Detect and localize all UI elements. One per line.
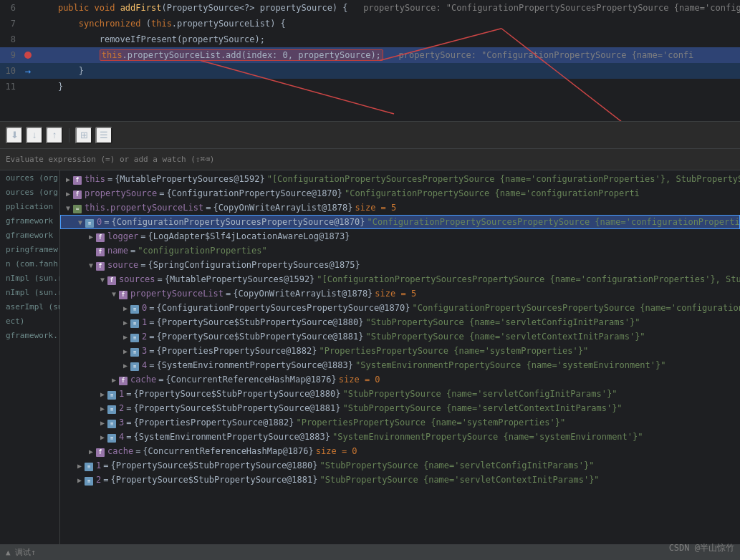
call-stack-sidebar: ources (org.spr ources (org.s pplication… [0, 170, 60, 560]
sidebar-item-7[interactable]: n (com.fanh [0, 256, 59, 271]
var-expand-icon: ▼ [63, 204, 73, 212]
step-into-button[interactable]: ↓ [26, 127, 43, 144]
table-view-button[interactable]: ⊞ [75, 127, 92, 144]
list-icon: ≡ [130, 319, 139, 328]
code-line-9: 9 this.propertySourceList.add(index: 0, … [0, 47, 740, 63]
field-icon: f [119, 291, 128, 299]
list-icon: ≡ [130, 362, 139, 371]
var-expand-icon: ▶ [86, 233, 96, 241]
list-icon: ≡ [130, 334, 139, 342]
var-depth1-2[interactable]: ▶ ≡ 2 = {PropertySource$StubPropertySour… [60, 473, 740, 487]
var-propertySourceList-nested[interactable]: ▼ f propertySourceList = {CopyOnWriteArr… [60, 286, 740, 301]
list-icon: ≡ [130, 348, 139, 357]
var-expand-icon: ▶ [75, 476, 85, 484]
var-expand-icon: ▶ [97, 433, 107, 441]
var-expand-icon: ▼ [86, 261, 96, 269]
var-expand-icon: ▶ [97, 405, 107, 412]
var-expand-icon: ▶ [109, 376, 119, 384]
main-debug-area: ources (org.spr ources (org.s pplication… [0, 170, 740, 560]
expression-input[interactable] [220, 155, 734, 165]
sidebar-item-1[interactable]: ources (org.spr [0, 170, 59, 185]
code-line-7: 7 synchronized (this.propertySourceList)… [0, 16, 740, 32]
var-expand-icon: ▶ [63, 175, 73, 183]
sidebar-item-12[interactable]: gframework. [0, 328, 59, 342]
var-cache-2[interactable]: ▶ f cache = {ConcurrentReferenceHashMap@… [60, 444, 740, 458]
var-this[interactable]: ▶ f this = {MutablePropertySources@1592}… [60, 172, 740, 186]
status-bar: ▲ 调试↑ [0, 544, 740, 560]
list-view-button[interactable]: ☰ [95, 127, 112, 144]
var-expand-icon: ▶ [75, 462, 85, 470]
list-icon: ≡ [107, 391, 116, 400]
var-expand-icon: ▶ [120, 362, 130, 370]
expression-bar: Evaluate expression (=) or add a watch (… [0, 149, 740, 170]
variables-tree: ▶ f this = {MutablePropertySources@1592}… [60, 170, 740, 488]
var-expand-icon: ▼ [75, 218, 85, 226]
list-icon: ≡ [107, 405, 116, 414]
field-icon: f [119, 377, 128, 385]
var-expand-icon: ▶ [120, 319, 130, 327]
var-nested-3[interactable]: ▶ ≡ 3 = {PropertiesPropertySource@1882} … [60, 344, 740, 358]
var-nested-2[interactable]: ▶ ≡ 2 = {PropertySource$StubPropertySour… [60, 329, 740, 344]
step-out-button[interactable]: ↑ [46, 127, 63, 144]
var-source[interactable]: ▼ f source = {SpringConfigurationPropert… [60, 258, 740, 272]
code-line-11: 11 } [0, 79, 740, 95]
breakpoint-icon [24, 52, 32, 59]
var-depth3-1[interactable]: ▶ ≡ 1 = {PropertySource$StubPropertySour… [60, 387, 740, 401]
sidebar-item-10[interactable]: aserImpl (su [0, 299, 59, 314]
var-sources[interactable]: ▼ f sources = {MutablePropertySources@15… [60, 272, 740, 286]
var-propertySource[interactable]: ▶ f propertySource = {ConfigurationPrope… [60, 186, 740, 201]
step-over-button[interactable]: ⬇ [6, 127, 23, 144]
expression-label: Evaluate expression (=) or add a watch (… [6, 155, 214, 164]
var-nested-4[interactable]: ▶ ≡ 4 = {SystemEnvironmentPropertySource… [60, 358, 740, 372]
var-expand-icon: ▶ [120, 333, 130, 341]
var-expand-icon: ▼ [97, 276, 107, 284]
var-propertySourceList[interactable]: ▼ ∞ this.propertySourceList = {CopyOnWri… [60, 201, 740, 215]
code-line-8: 8 removeIfPresent(propertySource); [0, 32, 740, 47]
var-depth3-4[interactable]: ▶ ≡ 4 = {SystemEnvironmentPropertySource… [60, 430, 740, 444]
sidebar-item-9[interactable]: nImpl (sun.ref [0, 285, 59, 299]
var-expand-icon [86, 247, 96, 255]
var-expand-icon: ▶ [86, 448, 96, 455]
var-depth3-2[interactable]: ▶ ≡ 2 = {PropertySource$StubPropertySour… [60, 401, 740, 415]
field-icon: f [96, 248, 105, 256]
var-depth3-3[interactable]: ▶ ≡ 3 = {PropertiesPropertySource@1882} … [60, 415, 740, 430]
list-icon: ≡ [130, 305, 139, 314]
var-expand-icon: ▶ [97, 419, 107, 427]
debug-toolbar: ⬇ ↓ ↑ ⊞ ☰ [0, 122, 740, 149]
code-line-10: 10 → } [0, 63, 740, 79]
var-expand-icon: ▶ [97, 390, 107, 398]
field-icon: f [107, 276, 116, 285]
var-logger[interactable]: ▶ f logger = {LogAdapter$Slf4jLocationAw… [60, 229, 740, 243]
var-expand-icon: ▶ [63, 190, 73, 198]
var-nested-0[interactable]: ▶ ≡ 0 = {ConfigurationPropertySourcesPro… [60, 301, 740, 315]
var-expand-icon: ▶ [120, 304, 130, 312]
field-icon: f [96, 262, 105, 271]
sidebar-item-6[interactable]: pringframew [0, 242, 59, 256]
var-expand-icon: ▶ [120, 347, 130, 355]
list-icon: ≡ [107, 434, 116, 443]
var-depth1-1[interactable]: ▶ ≡ 1 = {PropertySource$StubPropertySour… [60, 458, 740, 473]
code-editor: 6 public void addFirst(PropertySource<?>… [0, 0, 740, 122]
field-icon: f [96, 448, 105, 457]
sidebar-item-8[interactable]: nImpl (sun.re [0, 271, 59, 285]
list-icon: ≡ [107, 420, 116, 428]
current-line-arrow-icon: → [25, 65, 31, 77]
object-icon: ∞ [73, 205, 82, 213]
watermark: CSDN @半山惊竹 [669, 542, 734, 554]
toolbar-separator-1 [69, 128, 69, 143]
list-icon: ≡ [85, 477, 93, 486]
var-name[interactable]: f name = "configurationProperties" [60, 243, 740, 258]
sidebar-item-4[interactable]: gframework [0, 213, 59, 228]
field-icon: f [73, 176, 82, 185]
var-nested-1[interactable]: ▶ ≡ 1 = {PropertySource$StubPropertySour… [60, 315, 740, 329]
var-item-0[interactable]: ▼ ≡ 0 = {ConfigurationPropertySourcesPro… [60, 215, 740, 229]
var-cache-1[interactable]: ▶ f cache = {ConcurrentReferenceHashMap@… [60, 372, 740, 387]
var-expand-icon: ▼ [109, 290, 119, 298]
field-icon: f [73, 190, 82, 199]
variables-panel[interactable]: ▶ f this = {MutablePropertySources@1592}… [60, 170, 740, 560]
sidebar-item-5[interactable]: gframework [0, 228, 59, 242]
code-line-6: 6 public void addFirst(PropertySource<?>… [0, 0, 740, 16]
sidebar-item-3[interactable]: pplication (or [0, 199, 59, 213]
sidebar-item-2[interactable]: ources (org.s [0, 185, 59, 199]
sidebar-item-11[interactable]: ect) [0, 314, 59, 328]
